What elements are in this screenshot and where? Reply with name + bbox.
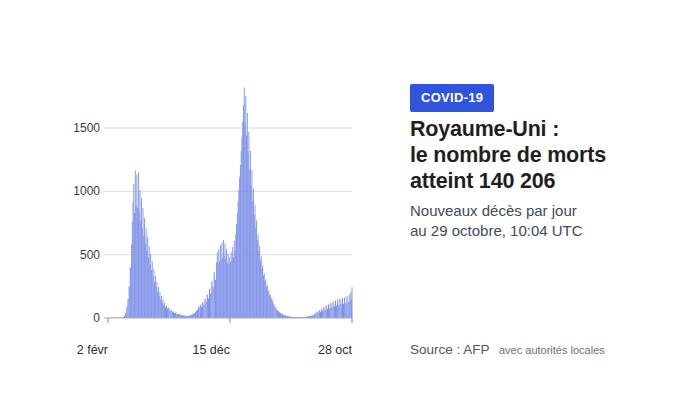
bar (330, 303, 331, 318)
y-tick-label-0: 0 (93, 311, 100, 325)
bar (239, 177, 240, 318)
bar (344, 297, 345, 318)
bar (126, 307, 127, 318)
bar (168, 308, 169, 318)
bar (258, 234, 259, 318)
bar (220, 245, 221, 318)
bar (246, 136, 247, 318)
bar (160, 292, 161, 318)
bar (151, 270, 152, 318)
bar (141, 198, 142, 318)
bar (201, 307, 202, 318)
bar (323, 307, 324, 318)
bar (238, 190, 239, 318)
bar (130, 267, 131, 318)
covid-badge: COVID-19 (410, 84, 494, 112)
bar (202, 302, 203, 318)
bar (224, 256, 225, 318)
bar (178, 314, 180, 318)
bar (242, 122, 243, 318)
y-tick-label-1000: 1000 (73, 184, 100, 198)
bar (241, 151, 242, 318)
bar (214, 272, 215, 318)
bar (207, 295, 208, 318)
bar (136, 205, 137, 318)
bar (143, 208, 144, 318)
bar (136, 175, 137, 318)
bar (226, 249, 227, 318)
bar (254, 215, 255, 318)
bar (169, 311, 170, 318)
bar (268, 292, 269, 318)
x-tick-label: 2 févr (77, 343, 108, 357)
headline: Royaume-Uni : le nombre de morts atteint… (410, 116, 650, 194)
bar (139, 212, 140, 318)
bar (163, 305, 164, 318)
headline-line-1: Royaume-Uni : (410, 116, 650, 142)
bar (158, 287, 159, 318)
bar (245, 124, 246, 318)
bar (197, 310, 199, 318)
bar (230, 262, 231, 318)
bar (162, 303, 163, 318)
bar (156, 287, 157, 318)
bar (241, 137, 242, 318)
bar (282, 314, 284, 318)
bar (258, 251, 259, 318)
bar (225, 259, 226, 318)
bar (259, 246, 260, 318)
bar (137, 208, 138, 318)
bar (152, 262, 153, 318)
bar (192, 314, 194, 318)
bar (223, 240, 224, 318)
bar (228, 264, 229, 318)
bar (349, 295, 350, 318)
bar (248, 132, 249, 318)
bar (328, 304, 329, 318)
bar (257, 240, 258, 318)
bar (244, 87, 245, 318)
bar (163, 300, 164, 318)
bar (149, 264, 150, 318)
bar (127, 299, 128, 318)
bar (264, 273, 265, 318)
bar (135, 170, 136, 318)
bar (161, 296, 162, 318)
bar (234, 241, 235, 318)
bar (348, 302, 349, 318)
bar (155, 276, 156, 318)
bar (221, 260, 222, 318)
bar (265, 282, 266, 318)
x-tick-label: 28 oct (318, 343, 353, 357)
bar (318, 313, 319, 318)
bar (160, 300, 161, 318)
bar (221, 243, 222, 318)
bar (153, 277, 154, 318)
bar (327, 309, 328, 318)
bar (240, 165, 241, 318)
bar (262, 265, 263, 318)
bar (125, 313, 126, 318)
bar (335, 301, 336, 318)
bar (153, 269, 154, 318)
bar (243, 105, 244, 318)
bar (149, 246, 150, 318)
headline-line-2: le nombre de morts (410, 142, 650, 168)
source-line: Source : AFP avec autorités locales (410, 340, 670, 358)
bar (148, 257, 149, 318)
bar (270, 295, 271, 318)
source-label: Source : AFP (410, 342, 490, 357)
bar (337, 299, 338, 318)
bar (278, 311, 279, 318)
bar (235, 234, 236, 318)
bar (145, 243, 146, 318)
bar (334, 306, 335, 318)
subtitle-line-2: au 29 octobre, 10:04 UTC (410, 221, 650, 241)
bar (343, 304, 344, 318)
news-graphic: 0500100015002 févr15 déc28 oct COVID-19 … (0, 0, 676, 408)
bar (261, 269, 262, 318)
bar (147, 237, 148, 318)
bar (208, 298, 209, 318)
bar (146, 251, 147, 318)
bar (320, 312, 321, 318)
